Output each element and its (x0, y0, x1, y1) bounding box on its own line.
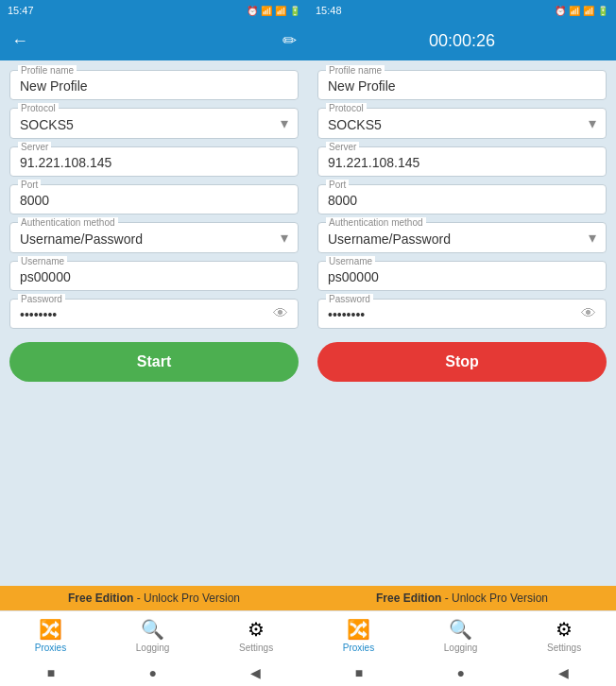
left-content: Profile name New Profile Protocol SOCKS5… (0, 60, 308, 586)
right-banner[interactable]: Free Edition - Unlock Pro Version (308, 586, 616, 610)
right-password-field[interactable]: Password •••••••• 👁 (317, 299, 607, 329)
right-stop-button[interactable]: Stop (317, 342, 607, 382)
left-auth-value: Username/Password (20, 232, 143, 247)
left-banner[interactable]: Free Edition - Unlock Pro Version (0, 586, 308, 610)
right-port-value: 8000 (328, 193, 596, 208)
right-password-label: Password (326, 294, 373, 304)
right-protocol-value: SOCKS5 (328, 117, 382, 132)
left-sys-nav: ■ ● ◀ (0, 660, 308, 686)
right-logging-icon: 🔍 (449, 618, 472, 641)
left-server-label: Server (18, 142, 51, 152)
right-username-label: Username (326, 256, 375, 266)
left-status-icons: ⏰ 📶 📶 🔋 (247, 6, 300, 16)
left-alarm-icon: ⏰ (247, 6, 258, 16)
left-settings-icon: ⚙ (248, 618, 265, 641)
left-username-value: ps00000 (20, 269, 288, 284)
left-auth-label: Authentication method (18, 217, 118, 228)
right-top-bar: 00:00:26 (308, 21, 616, 60)
left-protocol-value: SOCKS5 (20, 117, 74, 132)
right-auth-field[interactable]: Authentication method Username/Password … (317, 222, 607, 253)
left-port-label: Port (18, 180, 41, 190)
left-port-value: 8000 (20, 193, 288, 208)
left-status-bar: 15:47 ⏰ 📶 📶 🔋 (0, 0, 308, 21)
right-nav-proxies[interactable]: 🔀 Proxies (343, 618, 374, 653)
right-signal-icon: 📶 (569, 6, 580, 16)
left-phone-panel: 15:47 ⏰ 📶 📶 🔋 ← ✏ Profile name New Profi… (0, 0, 308, 686)
right-password-toggle-icon[interactable]: 👁 (581, 305, 596, 322)
right-banner-bold: Free Edition (376, 592, 441, 605)
left-wifi-icon: 📶 (275, 6, 286, 16)
left-server-value: 91.221.108.145 (20, 155, 288, 170)
right-alarm-icon: ⏰ (555, 6, 566, 16)
left-password-label: Password (18, 294, 65, 304)
right-content: Profile name New Profile Protocol SOCKS5… (308, 60, 616, 586)
right-password-value: •••••••• (328, 307, 365, 322)
left-username-field[interactable]: Username ps00000 (9, 261, 299, 291)
right-proxies-label: Proxies (343, 643, 374, 653)
right-logging-label: Logging (444, 643, 478, 653)
right-sys-back-icon[interactable]: ◀ (558, 665, 569, 680)
right-proxies-icon: 🔀 (347, 618, 370, 641)
right-port-field[interactable]: Port 8000 (317, 184, 607, 214)
right-phone-panel: 15:48 ⏰ 📶 📶 🔋 00:00:26 Profile name New … (308, 0, 616, 686)
right-auth-dropdown-icon: ▾ (589, 229, 596, 247)
left-banner-bold: Free Edition (68, 592, 133, 605)
right-nav-logging[interactable]: 🔍 Logging (444, 618, 478, 653)
left-server-field[interactable]: Server 91.221.108.145 (9, 146, 299, 177)
left-profile-name-value: New Profile (20, 78, 288, 94)
right-settings-icon: ⚙ (556, 618, 573, 641)
left-sys-circle-icon[interactable]: ● (148, 665, 156, 680)
right-protocol-dropdown-icon: ▾ (589, 114, 596, 132)
left-username-label: Username (18, 256, 67, 266)
right-username-field[interactable]: Username ps00000 (317, 261, 607, 291)
left-password-toggle-icon[interactable]: 👁 (273, 305, 288, 322)
right-auth-value: Username/Password (328, 232, 451, 247)
right-wifi-icon: 📶 (583, 6, 594, 16)
left-sys-back-icon[interactable]: ◀ (250, 665, 261, 680)
right-bottom-nav: 🔀 Proxies 🔍 Logging ⚙ Settings (308, 610, 616, 660)
left-nav-logging[interactable]: 🔍 Logging (136, 618, 170, 653)
left-time: 15:47 (8, 5, 34, 16)
left-password-value: •••••••• (20, 307, 57, 322)
left-password-field[interactable]: Password •••••••• 👁 (9, 299, 299, 329)
left-settings-label: Settings (239, 643, 273, 653)
right-server-value: 91.221.108.145 (328, 155, 596, 170)
left-proxies-icon: 🔀 (39, 618, 62, 641)
left-auth-field[interactable]: Authentication method Username/Password … (9, 222, 299, 253)
left-profile-name-field[interactable]: Profile name New Profile (9, 70, 299, 100)
right-status-icons: ⏰ 📶 📶 🔋 (555, 6, 608, 16)
right-server-label: Server (326, 142, 359, 152)
right-top-title: 00:00:26 (319, 31, 605, 51)
right-server-field[interactable]: Server 91.221.108.145 (317, 146, 607, 177)
left-port-field[interactable]: Port 8000 (9, 184, 299, 214)
right-sys-circle-icon[interactable]: ● (456, 665, 464, 680)
left-profile-name-label: Profile name (18, 65, 77, 76)
left-sys-square-icon[interactable]: ■ (47, 665, 55, 680)
left-proxies-label: Proxies (35, 643, 66, 653)
right-battery-icon: 🔋 (597, 6, 608, 16)
left-start-button[interactable]: Start (9, 342, 299, 382)
right-settings-label: Settings (547, 643, 581, 653)
left-protocol-field[interactable]: Protocol SOCKS5 ▾ (9, 108, 299, 139)
left-top-bar: ← ✏ (0, 21, 308, 60)
left-back-button[interactable]: ← (11, 31, 28, 51)
left-protocol-dropdown-icon: ▾ (281, 114, 288, 132)
right-protocol-field[interactable]: Protocol SOCKS5 ▾ (317, 108, 607, 139)
right-status-bar: 15:48 ⏰ 📶 📶 🔋 (308, 0, 616, 21)
right-nav-settings[interactable]: ⚙ Settings (547, 618, 581, 653)
right-auth-label: Authentication method (326, 217, 426, 228)
right-profile-name-field[interactable]: Profile name New Profile (317, 70, 607, 100)
left-logging-icon: 🔍 (141, 618, 164, 641)
left-bottom-nav: 🔀 Proxies 🔍 Logging ⚙ Settings (0, 610, 308, 660)
left-banner-text: - Unlock Pro Version (133, 592, 240, 605)
left-nav-settings[interactable]: ⚙ Settings (239, 618, 273, 653)
left-signal-icon: 📶 (261, 6, 272, 16)
left-protocol-label: Protocol (18, 103, 59, 113)
right-time: 15:48 (316, 5, 342, 16)
left-nav-proxies[interactable]: 🔀 Proxies (35, 618, 66, 653)
right-profile-name-value: New Profile (328, 78, 596, 94)
left-edit-button[interactable]: ✏ (282, 30, 297, 51)
right-sys-square-icon[interactable]: ■ (355, 665, 363, 680)
left-auth-dropdown-icon: ▾ (281, 229, 288, 247)
right-port-label: Port (326, 180, 349, 190)
